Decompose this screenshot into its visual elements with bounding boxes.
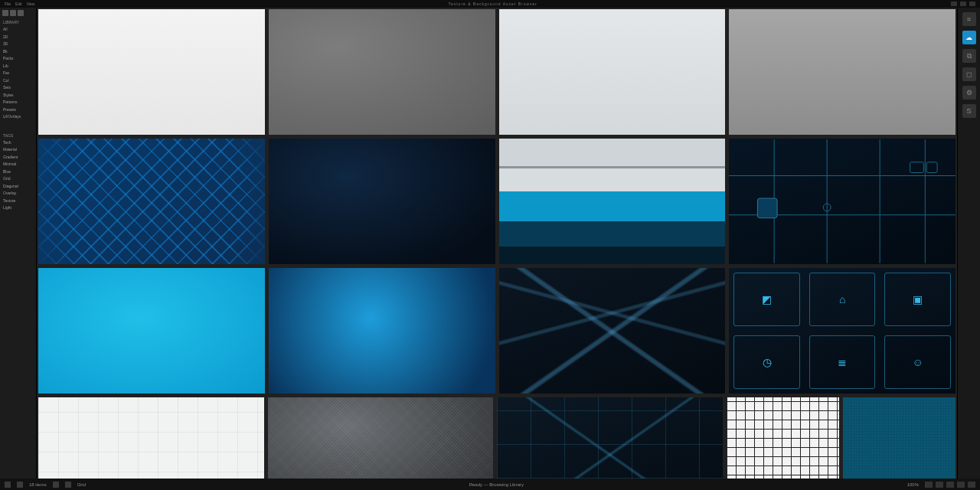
status-tool-1-icon[interactable]: [925, 482, 933, 488]
close-button[interactable]: [969, 2, 975, 6]
sidebar-tag-gradient[interactable]: Gradient: [0, 154, 36, 162]
sidebar-new-icon[interactable]: [10, 10, 16, 16]
iconset-shape-icon: ◩: [733, 273, 800, 326]
thumb-dark-grid-lines[interactable]: [497, 397, 723, 479]
thumb-cyan-flat[interactable]: [38, 268, 265, 394]
sidebar-tag-material[interactable]: Material: [0, 146, 36, 154]
window-title: Texture & Background Asset Browser: [34, 2, 951, 6]
thumb-graph-paper[interactable]: [727, 397, 839, 479]
right-panel: ≡ ☁ ⧉ ◻ ⚙ S: [957, 8, 980, 479]
sidebar-tag-texture[interactable]: Texture: [0, 198, 36, 205]
minimize-button[interactable]: [951, 2, 957, 6]
sidebar-tag-tech[interactable]: Tech: [0, 139, 36, 147]
titlebar: File Edit View Texture & Background Asse…: [0, 0, 980, 8]
menu-view[interactable]: View: [27, 2, 35, 6]
thumb-deep-navy[interactable]: [269, 139, 495, 264]
status-layout-icon[interactable]: [17, 482, 23, 488]
thumb-white-solid[interactable]: [38, 9, 265, 135]
sidebar-tag-blue[interactable]: Blue: [0, 168, 36, 176]
sidebar-item-fav[interactable]: Fav: [0, 70, 36, 77]
sidebar-item-overlays[interactable]: UI/Ovrlays: [0, 113, 36, 121]
sidebar-item-3d[interactable]: 3D: [0, 41, 36, 48]
svg-rect-6: [758, 198, 778, 218]
sidebar-item-bk[interactable]: Bk: [0, 48, 36, 56]
thumb-carbon-weave[interactable]: [268, 397, 494, 479]
status-tool-2-icon[interactable]: [936, 482, 943, 488]
properties-icon[interactable]: ⧉: [962, 49, 976, 63]
menu-edit[interactable]: Edit: [15, 2, 22, 6]
sidebar-tag-grid[interactable]: Grid: [0, 175, 36, 183]
sidebar-item-packs[interactable]: Packs: [0, 55, 36, 63]
sidebar-item-styles[interactable]: Styles: [0, 92, 36, 100]
sidebar-item-sets[interactable]: Sets: [0, 84, 36, 92]
cloud-icon[interactable]: ☁: [962, 31, 976, 44]
status-view-label: Grid: [77, 482, 86, 487]
thumb-metal-cyan-stripes[interactable]: [499, 139, 726, 264]
iconset-square-icon: ▣: [884, 273, 951, 326]
preview-icon[interactable]: ◻: [962, 67, 976, 81]
thumb-light-grey[interactable]: [499, 9, 726, 135]
sidebar-item-all[interactable]: All: [0, 26, 36, 34]
thumb-blue-radial[interactable]: [269, 268, 495, 394]
thumb-blue-chevron[interactable]: [38, 139, 265, 264]
sidebar: LIBRARY All 2D 3D Bk Packs Lib Fav Col S…: [0, 8, 37, 479]
menu-file[interactable]: File: [5, 2, 11, 6]
thumbnail-grid: ◩ ⌂ ▣ ◷ ≣ ☺: [37, 8, 957, 479]
sidebar-open-icon[interactable]: [18, 10, 24, 16]
status-zoom: 100%: [907, 482, 919, 487]
ai-icon[interactable]: S: [962, 104, 976, 118]
maximize-button[interactable]: [960, 2, 966, 6]
status-bar: 18 items Grid Ready — Browsing Library 1…: [0, 479, 980, 490]
sidebar-item-patterns[interactable]: Patterns: [0, 99, 36, 106]
iconset-clock-icon: ◷: [733, 335, 800, 389]
status-mode-icon[interactable]: [5, 482, 11, 488]
thumb-cyan-halftone[interactable]: [843, 397, 956, 479]
sidebar-tag-minimal[interactable]: Minimal: [0, 161, 36, 168]
window-controls: [951, 2, 975, 6]
sidebar-group1-header: LIBRARY: [0, 18, 36, 26]
thumb-hud-wireframe[interactable]: [729, 139, 956, 264]
sidebar-group2-header: TAGS: [0, 132, 36, 139]
sidebar-item-presets[interactable]: Presets: [0, 106, 36, 114]
status-tool-4-icon[interactable]: [957, 482, 965, 488]
thumb-dark-diagonals[interactable]: [499, 268, 726, 394]
sidebar-item-lib[interactable]: Lib: [0, 63, 36, 70]
layers-icon[interactable]: ≡: [962, 12, 976, 26]
thumb-paper-grid[interactable]: [38, 397, 264, 479]
sidebar-tag-diagonal[interactable]: Diagonal: [0, 183, 36, 191]
status-message: Ready — Browsing Library: [92, 482, 901, 487]
adjust-icon[interactable]: ⚙: [962, 86, 976, 100]
thumb-mid-grey[interactable]: [269, 9, 495, 135]
sidebar-tag-light[interactable]: Light: [0, 204, 36, 212]
status-tool-3-icon[interactable]: [946, 482, 954, 488]
iconset-list-icon: ≣: [809, 335, 876, 389]
status-tool-5-icon[interactable]: [968, 482, 975, 488]
status-count: 18 items: [29, 482, 47, 487]
sidebar-item-2d[interactable]: 2D: [0, 34, 36, 41]
thumb-grey-solid[interactable]: [729, 9, 956, 135]
sidebar-tag-overlay[interactable]: Overlay: [0, 190, 36, 198]
sidebar-item-col[interactable]: Col: [0, 77, 36, 85]
iconset-home-icon: ⌂: [809, 273, 876, 326]
svg-rect-9: [927, 162, 938, 173]
iconset-user-icon: ☺: [884, 335, 951, 389]
svg-rect-8: [910, 162, 924, 173]
status-grid-icon[interactable]: [53, 482, 59, 488]
sidebar-home-icon[interactable]: [2, 10, 8, 16]
thumb-tech-iconset[interactable]: ◩ ⌂ ▣ ◷ ≣ ☺: [729, 268, 956, 394]
status-list-icon[interactable]: [65, 482, 71, 488]
